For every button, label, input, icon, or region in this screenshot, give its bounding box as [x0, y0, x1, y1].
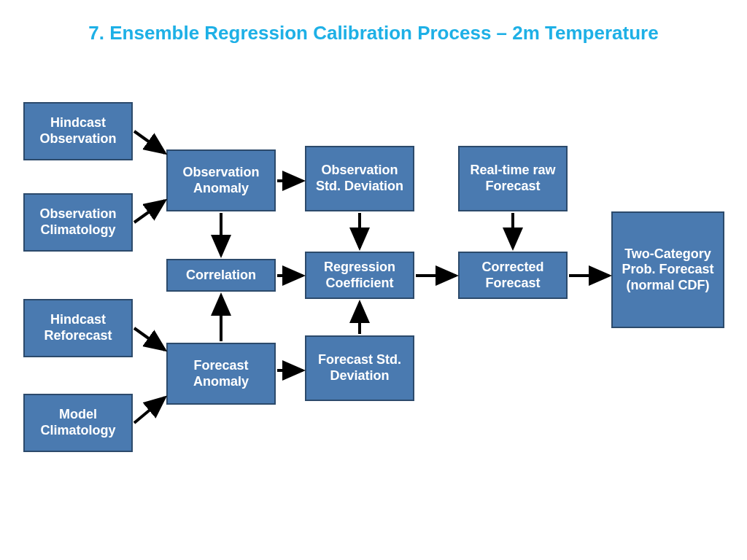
box-corrected-forecast: Corrected Forecast [458, 252, 568, 299]
box-correlation: Correlation [166, 259, 276, 292]
svg-line-3 [134, 328, 165, 350]
box-model-climatology: Model Climatology [23, 394, 133, 452]
box-observation-std: Observation Std. Deviation [305, 146, 414, 211]
box-two-category: Two-Category Prob. Forecast (normal CDF) [611, 211, 724, 328]
svg-line-1 [134, 131, 165, 153]
box-hindcast-observation: Hindcast Observation [23, 102, 133, 160]
slide-title: 7. Ensemble Regression Calibration Proce… [0, 22, 747, 44]
box-observation-climatology: Observation Climatology [23, 193, 133, 252]
box-forecast-std: Forecast Std. Deviation [305, 335, 414, 401]
box-forecast-anomaly: Forecast Anomaly [166, 343, 276, 405]
box-regression-coefficient: Regression Coefficient [305, 252, 414, 299]
svg-line-4 [134, 397, 165, 423]
svg-line-2 [134, 201, 165, 222]
box-hindcast-reforecast: Hindcast Reforecast [23, 299, 133, 357]
box-observation-anomaly: Observation Anomaly [166, 149, 276, 211]
box-realtime-raw-forecast: Real-time raw Forecast [458, 146, 568, 211]
